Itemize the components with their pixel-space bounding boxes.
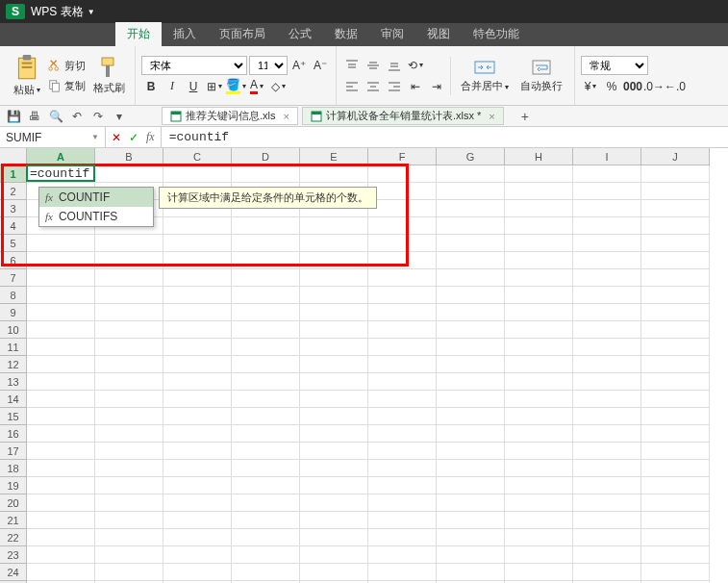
align-bottom-button[interactable] <box>385 56 404 75</box>
cell[interactable] <box>232 217 300 235</box>
cell[interactable] <box>505 235 573 252</box>
cell[interactable] <box>300 252 368 269</box>
cell[interactable] <box>232 304 300 321</box>
cell[interactable] <box>232 321 300 339</box>
cancel-button[interactable]: ✕ <box>112 131 121 144</box>
cell[interactable] <box>232 391 300 408</box>
cell[interactable] <box>232 339 300 356</box>
col-header-F[interactable]: F <box>368 148 437 165</box>
cell[interactable] <box>437 339 505 356</box>
cell[interactable] <box>232 494 300 512</box>
cell[interactable] <box>573 408 641 425</box>
cell[interactable] <box>437 304 505 321</box>
cell[interactable] <box>505 391 573 408</box>
cell[interactable] <box>95 443 163 460</box>
row-header-24[interactable]: 24 <box>0 564 27 581</box>
cell[interactable] <box>641 564 710 581</box>
cell[interactable] <box>232 564 300 581</box>
cell[interactable] <box>163 477 232 494</box>
cell[interactable] <box>437 391 505 408</box>
cut-button[interactable]: 剪切 <box>44 57 89 75</box>
cell[interactable] <box>368 183 437 200</box>
cell[interactable] <box>437 460 505 477</box>
cell[interactable] <box>505 200 573 217</box>
decrease-indent-button[interactable]: ⇤ <box>406 77 425 96</box>
cell[interactable] <box>573 391 641 408</box>
row-header-17[interactable]: 17 <box>0 443 27 460</box>
row-header-22[interactable]: 22 <box>0 529 27 546</box>
cell[interactable] <box>163 494 232 512</box>
cell[interactable] <box>232 425 300 443</box>
cell[interactable] <box>232 165 300 183</box>
menu-tab-7[interactable]: 特色功能 <box>462 22 531 46</box>
cell[interactable] <box>27 356 95 373</box>
cell[interactable] <box>641 529 710 546</box>
cell[interactable] <box>573 425 641 443</box>
cell[interactable] <box>232 529 300 546</box>
cell[interactable] <box>641 217 710 235</box>
row-header-16[interactable]: 16 <box>0 425 27 443</box>
cell[interactable] <box>641 321 710 339</box>
cell[interactable] <box>368 217 437 235</box>
cell[interactable] <box>573 235 641 252</box>
cell[interactable] <box>368 408 437 425</box>
cell[interactable] <box>437 408 505 425</box>
cell[interactable] <box>641 356 710 373</box>
cell[interactable] <box>641 183 710 200</box>
cell[interactable] <box>27 529 95 546</box>
cell[interactable] <box>163 529 232 546</box>
save-button[interactable]: 💾 <box>6 109 21 124</box>
cell[interactable] <box>232 512 300 529</box>
row-header-11[interactable]: 11 <box>0 339 27 356</box>
cell[interactable] <box>573 356 641 373</box>
cell[interactable] <box>27 477 95 494</box>
cell[interactable] <box>573 165 641 183</box>
cell[interactable] <box>232 235 300 252</box>
cell[interactable] <box>368 443 437 460</box>
cell[interactable] <box>505 443 573 460</box>
cell[interactable] <box>232 356 300 373</box>
cell[interactable] <box>300 356 368 373</box>
cell[interactable] <box>95 339 163 356</box>
cell[interactable] <box>437 477 505 494</box>
cell[interactable] <box>573 512 641 529</box>
cell[interactable] <box>368 494 437 512</box>
cell[interactable] <box>573 443 641 460</box>
cell[interactable] <box>505 183 573 200</box>
cell[interactable] <box>437 546 505 564</box>
cell[interactable] <box>27 512 95 529</box>
cell[interactable] <box>300 477 368 494</box>
cell[interactable] <box>505 564 573 581</box>
col-header-B[interactable]: B <box>95 148 163 165</box>
cell[interactable] <box>300 443 368 460</box>
paste-button[interactable]: 粘贴▾ <box>10 52 44 99</box>
cell[interactable] <box>437 287 505 304</box>
cell[interactable] <box>573 564 641 581</box>
cell[interactable] <box>368 339 437 356</box>
cell[interactable] <box>163 287 232 304</box>
cell[interactable] <box>437 269 505 287</box>
cell[interactable] <box>505 512 573 529</box>
col-header-E[interactable]: E <box>300 148 368 165</box>
cell[interactable] <box>641 252 710 269</box>
cell[interactable] <box>95 269 163 287</box>
cell[interactable] <box>505 339 573 356</box>
cell[interactable] <box>573 269 641 287</box>
increase-decimal-button[interactable]: .0→ <box>644 77 664 96</box>
menu-tab-6[interactable]: 视图 <box>415 22 462 46</box>
qat-dropdown[interactable]: ▾ <box>112 109 127 124</box>
italic-button[interactable]: I <box>163 77 182 96</box>
cell[interactable] <box>573 339 641 356</box>
cell[interactable] <box>368 391 437 408</box>
cell[interactable] <box>163 408 232 425</box>
cell[interactable] <box>300 460 368 477</box>
row-header-8[interactable]: 8 <box>0 287 27 304</box>
cell[interactable] <box>95 425 163 443</box>
cell[interactable] <box>27 546 95 564</box>
redo-button[interactable]: ↷ <box>90 109 106 124</box>
cell[interactable] <box>368 269 437 287</box>
cell[interactable] <box>27 443 95 460</box>
cell[interactable] <box>95 235 163 252</box>
cell[interactable] <box>641 425 710 443</box>
menu-tab-4[interactable]: 数据 <box>323 22 369 46</box>
